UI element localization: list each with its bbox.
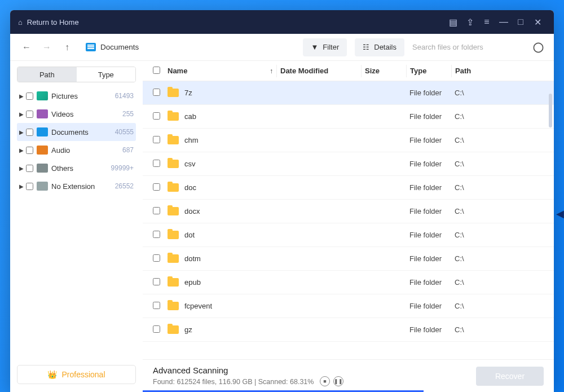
sidebar-item-documents[interactable]: ▶ Documents 40555 <box>17 123 136 141</box>
back-button[interactable]: ← <box>20 42 33 52</box>
tab-type[interactable]: Type <box>77 67 136 82</box>
menu-icon[interactable]: ≡ <box>478 17 495 27</box>
table-row[interactable]: gz File folder C:\ <box>143 318 554 342</box>
row-checkbox[interactable] <box>153 160 160 167</box>
forward-button[interactable]: → <box>41 42 53 52</box>
professional-button[interactable]: 👑 Professional <box>17 365 136 384</box>
search-icon[interactable]: ◯ <box>533 41 544 53</box>
row-checkbox[interactable] <box>153 278 160 285</box>
row-type: File folder <box>406 278 451 287</box>
scan-title: Advanced Scanning <box>153 365 343 375</box>
tab-path[interactable]: Path <box>17 67 77 82</box>
category-checkbox[interactable] <box>26 165 33 172</box>
crown-icon: 👑 <box>47 370 57 379</box>
folder-icon <box>168 112 179 121</box>
minimize-icon[interactable]: — <box>495 17 512 27</box>
col-type[interactable]: Type <box>406 65 451 77</box>
row-checkbox[interactable] <box>153 207 160 214</box>
feedback-icon[interactable]: ▤ <box>444 17 461 28</box>
share-icon[interactable]: ⇪ <box>461 17 478 28</box>
row-name: fcpevent <box>184 302 212 310</box>
table-row[interactable]: chm File folder C:\ <box>143 129 554 152</box>
filter-button[interactable]: ▼ Filter <box>303 38 347 56</box>
folder-icon <box>168 254 179 263</box>
sidebar: Path Type ▶ Pictures 61493▶ Videos 255▶ … <box>10 61 143 392</box>
breadcrumb-label: Documents <box>100 43 139 51</box>
maximize-icon[interactable]: □ <box>512 17 529 27</box>
category-checkbox[interactable] <box>26 111 33 118</box>
category-icon <box>37 164 48 173</box>
table-row[interactable]: doc File folder C:\ <box>143 176 554 200</box>
row-checkbox[interactable] <box>153 231 160 238</box>
table-row[interactable]: fcpevent File folder C:\ <box>143 294 554 318</box>
folder-icon <box>168 89 179 97</box>
scrollbar-thumb[interactable] <box>549 94 552 127</box>
close-icon[interactable]: ✕ <box>529 17 546 28</box>
table-row[interactable]: dotm File folder C:\ <box>143 247 554 271</box>
table-row[interactable]: csv File folder C:\ <box>143 152 554 176</box>
table-header: Name↑ Date Modified Size Type Path <box>143 61 554 81</box>
recover-button[interactable]: Recover <box>476 367 544 386</box>
breadcrumb[interactable]: Documents <box>86 43 139 51</box>
category-count: 687 <box>122 146 134 154</box>
row-checkbox[interactable] <box>153 325 160 333</box>
col-date[interactable]: Date Modified <box>276 65 361 77</box>
category-icon <box>37 127 48 136</box>
footer: Advanced Scanning Found: 612524 files, 1… <box>143 359 554 392</box>
row-checkbox[interactable] <box>153 183 160 191</box>
documents-icon <box>86 43 96 51</box>
col-path[interactable]: Path <box>451 65 547 77</box>
scan-status: Found: 612524 files, 116.90 GB | Scanned… <box>153 378 314 386</box>
expand-icon: ▶ <box>19 165 25 171</box>
table-row[interactable]: 7z File folder C:\ <box>143 81 554 105</box>
select-all-checkbox[interactable] <box>153 67 160 74</box>
details-button[interactable]: ☷ Details <box>355 38 404 56</box>
sidebar-item-pictures[interactable]: ▶ Pictures 61493 <box>17 87 136 105</box>
sidebar-item-others[interactable]: ▶ Others 99999+ <box>17 159 136 177</box>
row-name: csv <box>184 160 196 168</box>
row-checkbox[interactable] <box>153 112 160 120</box>
row-checkbox[interactable] <box>153 302 160 309</box>
category-icon <box>37 182 48 191</box>
search-input[interactable] <box>412 38 525 56</box>
sidebar-item-audio[interactable]: ▶ Audio 687 <box>17 141 136 159</box>
category-count: 61493 <box>115 92 134 100</box>
details-icon: ☷ <box>363 43 369 51</box>
stop-button[interactable]: ■ <box>320 376 330 386</box>
table-row[interactable]: dot File folder C:\ <box>143 223 554 247</box>
category-label: Documents <box>51 128 89 136</box>
category-count: 26552 <box>115 182 134 190</box>
sidebar-item-no-extension[interactable]: ▶ No Extension 26552 <box>17 177 136 195</box>
row-path: C:\ <box>451 89 547 97</box>
table-row[interactable]: epub File folder C:\ <box>143 271 554 294</box>
collapse-chevron-icon[interactable]: ◀ <box>556 208 564 220</box>
table-row[interactable]: cab File folder C:\ <box>143 105 554 129</box>
category-checkbox[interactable] <box>26 147 33 154</box>
row-type: File folder <box>406 112 451 121</box>
row-checkbox[interactable] <box>153 254 160 262</box>
row-name: chm <box>184 136 199 144</box>
col-size[interactable]: Size <box>361 65 406 77</box>
table-row[interactable]: docx File folder C:\ <box>143 200 554 223</box>
filter-icon: ▼ <box>311 43 318 51</box>
row-path: C:\ <box>451 136 547 144</box>
up-button[interactable]: ↑ <box>61 42 73 52</box>
row-name: epub <box>184 278 201 287</box>
pause-button[interactable]: ❚❚ <box>333 376 343 386</box>
sidebar-item-videos[interactable]: ▶ Videos 255 <box>17 105 136 123</box>
category-checkbox[interactable] <box>26 129 33 136</box>
category-label: Videos <box>51 110 74 118</box>
file-list: Name↑ Date Modified Size Type Path 7z Fi… <box>143 61 554 392</box>
col-name[interactable]: Name↑ <box>164 67 276 75</box>
row-name: dotm <box>184 254 201 263</box>
row-checkbox[interactable] <box>153 136 160 143</box>
folder-icon <box>168 207 179 215</box>
category-checkbox[interactable] <box>26 93 33 100</box>
return-home-button[interactable]: ⌂ Return to Home <box>18 18 79 27</box>
category-label: Audio <box>51 146 70 155</box>
row-path: C:\ <box>451 207 547 215</box>
row-name: doc <box>184 183 196 192</box>
row-checkbox[interactable] <box>153 89 160 96</box>
row-type: File folder <box>406 207 451 215</box>
category-checkbox[interactable] <box>26 183 33 190</box>
